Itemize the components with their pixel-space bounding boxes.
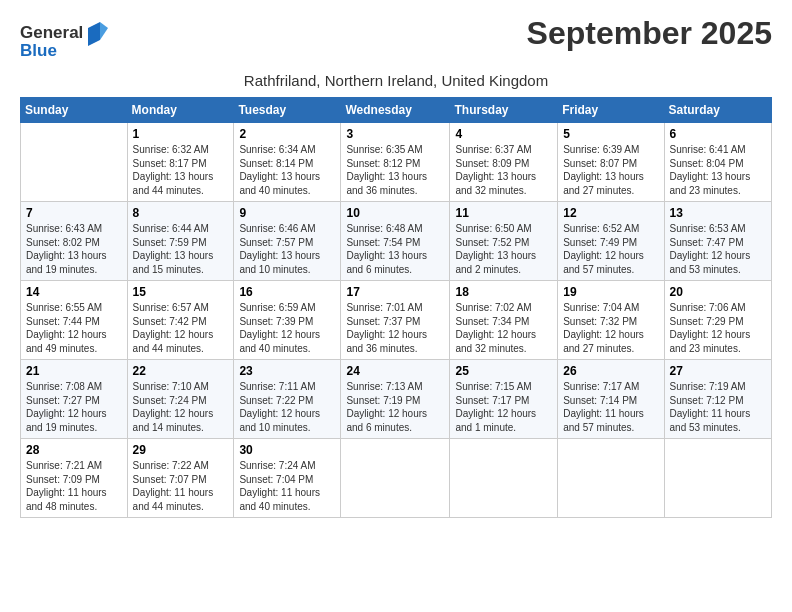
day-number: 30 xyxy=(239,443,335,457)
calendar-cell: 15Sunrise: 6:57 AM Sunset: 7:42 PM Dayli… xyxy=(127,281,234,360)
calendar-cell: 20Sunrise: 7:06 AM Sunset: 7:29 PM Dayli… xyxy=(664,281,771,360)
calendar-cell: 11Sunrise: 6:50 AM Sunset: 7:52 PM Dayli… xyxy=(450,202,558,281)
day-number: 23 xyxy=(239,364,335,378)
day-number: 2 xyxy=(239,127,335,141)
day-number: 10 xyxy=(346,206,444,220)
day-info: Sunrise: 6:41 AM Sunset: 8:04 PM Dayligh… xyxy=(670,143,766,197)
calendar-cell: 28Sunrise: 7:21 AM Sunset: 7:09 PM Dayli… xyxy=(21,439,128,518)
day-info: Sunrise: 6:53 AM Sunset: 7:47 PM Dayligh… xyxy=(670,222,766,276)
day-number: 11 xyxy=(455,206,552,220)
col-header-saturday: Saturday xyxy=(664,98,771,123)
logo: General Blue xyxy=(20,20,110,68)
day-info: Sunrise: 7:06 AM Sunset: 7:29 PM Dayligh… xyxy=(670,301,766,355)
calendar-cell: 16Sunrise: 6:59 AM Sunset: 7:39 PM Dayli… xyxy=(234,281,341,360)
calendar-cell: 23Sunrise: 7:11 AM Sunset: 7:22 PM Dayli… xyxy=(234,360,341,439)
col-header-tuesday: Tuesday xyxy=(234,98,341,123)
day-info: Sunrise: 7:22 AM Sunset: 7:07 PM Dayligh… xyxy=(133,459,229,513)
day-number: 15 xyxy=(133,285,229,299)
day-info: Sunrise: 6:52 AM Sunset: 7:49 PM Dayligh… xyxy=(563,222,658,276)
day-number: 8 xyxy=(133,206,229,220)
day-info: Sunrise: 7:08 AM Sunset: 7:27 PM Dayligh… xyxy=(26,380,122,434)
calendar-cell: 2Sunrise: 6:34 AM Sunset: 8:14 PM Daylig… xyxy=(234,123,341,202)
calendar-cell: 19Sunrise: 7:04 AM Sunset: 7:32 PM Dayli… xyxy=(558,281,664,360)
day-number: 29 xyxy=(133,443,229,457)
logo-text: General Blue xyxy=(20,20,110,68)
day-number: 21 xyxy=(26,364,122,378)
day-info: Sunrise: 6:46 AM Sunset: 7:57 PM Dayligh… xyxy=(239,222,335,276)
calendar-cell: 13Sunrise: 6:53 AM Sunset: 7:47 PM Dayli… xyxy=(664,202,771,281)
day-info: Sunrise: 7:10 AM Sunset: 7:24 PM Dayligh… xyxy=(133,380,229,434)
calendar-cell xyxy=(21,123,128,202)
day-number: 18 xyxy=(455,285,552,299)
calendar-cell: 3Sunrise: 6:35 AM Sunset: 8:12 PM Daylig… xyxy=(341,123,450,202)
col-header-monday: Monday xyxy=(127,98,234,123)
svg-marker-3 xyxy=(100,22,108,40)
day-info: Sunrise: 7:21 AM Sunset: 7:09 PM Dayligh… xyxy=(26,459,122,513)
calendar-cell: 9Sunrise: 6:46 AM Sunset: 7:57 PM Daylig… xyxy=(234,202,341,281)
day-number: 16 xyxy=(239,285,335,299)
day-info: Sunrise: 7:15 AM Sunset: 7:17 PM Dayligh… xyxy=(455,380,552,434)
day-info: Sunrise: 6:44 AM Sunset: 7:59 PM Dayligh… xyxy=(133,222,229,276)
day-info: Sunrise: 7:24 AM Sunset: 7:04 PM Dayligh… xyxy=(239,459,335,513)
calendar-cell: 26Sunrise: 7:17 AM Sunset: 7:14 PM Dayli… xyxy=(558,360,664,439)
header-area: General Blue September 2025 xyxy=(20,16,772,68)
day-info: Sunrise: 6:34 AM Sunset: 8:14 PM Dayligh… xyxy=(239,143,335,197)
day-number: 17 xyxy=(346,285,444,299)
day-info: Sunrise: 6:32 AM Sunset: 8:17 PM Dayligh… xyxy=(133,143,229,197)
week-row-1: 1Sunrise: 6:32 AM Sunset: 8:17 PM Daylig… xyxy=(21,123,772,202)
calendar-cell: 22Sunrise: 7:10 AM Sunset: 7:24 PM Dayli… xyxy=(127,360,234,439)
calendar-cell: 7Sunrise: 6:43 AM Sunset: 8:02 PM Daylig… xyxy=(21,202,128,281)
day-info: Sunrise: 6:50 AM Sunset: 7:52 PM Dayligh… xyxy=(455,222,552,276)
svg-text:Blue: Blue xyxy=(20,41,57,60)
day-info: Sunrise: 6:59 AM Sunset: 7:39 PM Dayligh… xyxy=(239,301,335,355)
svg-marker-2 xyxy=(88,22,100,46)
calendar-cell: 5Sunrise: 6:39 AM Sunset: 8:07 PM Daylig… xyxy=(558,123,664,202)
week-row-3: 14Sunrise: 6:55 AM Sunset: 7:44 PM Dayli… xyxy=(21,281,772,360)
header-row: SundayMondayTuesdayWednesdayThursdayFrid… xyxy=(21,98,772,123)
day-number: 12 xyxy=(563,206,658,220)
day-number: 19 xyxy=(563,285,658,299)
calendar-cell: 18Sunrise: 7:02 AM Sunset: 7:34 PM Dayli… xyxy=(450,281,558,360)
day-info: Sunrise: 6:35 AM Sunset: 8:12 PM Dayligh… xyxy=(346,143,444,197)
day-info: Sunrise: 7:19 AM Sunset: 7:12 PM Dayligh… xyxy=(670,380,766,434)
day-info: Sunrise: 6:39 AM Sunset: 8:07 PM Dayligh… xyxy=(563,143,658,197)
calendar-cell: 21Sunrise: 7:08 AM Sunset: 7:27 PM Dayli… xyxy=(21,360,128,439)
day-number: 26 xyxy=(563,364,658,378)
calendar-cell: 27Sunrise: 7:19 AM Sunset: 7:12 PM Dayli… xyxy=(664,360,771,439)
week-row-5: 28Sunrise: 7:21 AM Sunset: 7:09 PM Dayli… xyxy=(21,439,772,518)
day-number: 7 xyxy=(26,206,122,220)
calendar-cell: 30Sunrise: 7:24 AM Sunset: 7:04 PM Dayli… xyxy=(234,439,341,518)
day-info: Sunrise: 6:48 AM Sunset: 7:54 PM Dayligh… xyxy=(346,222,444,276)
day-info: Sunrise: 7:11 AM Sunset: 7:22 PM Dayligh… xyxy=(239,380,335,434)
calendar-cell xyxy=(341,439,450,518)
day-number: 13 xyxy=(670,206,766,220)
day-info: Sunrise: 6:43 AM Sunset: 8:02 PM Dayligh… xyxy=(26,222,122,276)
calendar-cell: 6Sunrise: 6:41 AM Sunset: 8:04 PM Daylig… xyxy=(664,123,771,202)
calendar-table: SundayMondayTuesdayWednesdayThursdayFrid… xyxy=(20,97,772,518)
calendar-cell: 17Sunrise: 7:01 AM Sunset: 7:37 PM Dayli… xyxy=(341,281,450,360)
page-container: General Blue September 2025 Rathfriland,… xyxy=(0,0,792,528)
week-row-4: 21Sunrise: 7:08 AM Sunset: 7:27 PM Dayli… xyxy=(21,360,772,439)
day-number: 20 xyxy=(670,285,766,299)
day-info: Sunrise: 7:04 AM Sunset: 7:32 PM Dayligh… xyxy=(563,301,658,355)
svg-text:General: General xyxy=(20,23,83,42)
day-info: Sunrise: 6:55 AM Sunset: 7:44 PM Dayligh… xyxy=(26,301,122,355)
calendar-cell xyxy=(450,439,558,518)
calendar-cell: 1Sunrise: 6:32 AM Sunset: 8:17 PM Daylig… xyxy=(127,123,234,202)
day-number: 24 xyxy=(346,364,444,378)
day-number: 28 xyxy=(26,443,122,457)
day-number: 14 xyxy=(26,285,122,299)
calendar-cell xyxy=(664,439,771,518)
day-number: 4 xyxy=(455,127,552,141)
day-number: 27 xyxy=(670,364,766,378)
col-header-thursday: Thursday xyxy=(450,98,558,123)
calendar-cell: 14Sunrise: 6:55 AM Sunset: 7:44 PM Dayli… xyxy=(21,281,128,360)
day-number: 1 xyxy=(133,127,229,141)
calendar-cell: 29Sunrise: 7:22 AM Sunset: 7:07 PM Dayli… xyxy=(127,439,234,518)
title-area: September 2025 xyxy=(527,16,772,51)
calendar-cell: 10Sunrise: 6:48 AM Sunset: 7:54 PM Dayli… xyxy=(341,202,450,281)
calendar-cell: 12Sunrise: 6:52 AM Sunset: 7:49 PM Dayli… xyxy=(558,202,664,281)
day-number: 6 xyxy=(670,127,766,141)
calendar-cell xyxy=(558,439,664,518)
day-info: Sunrise: 6:37 AM Sunset: 8:09 PM Dayligh… xyxy=(455,143,552,197)
